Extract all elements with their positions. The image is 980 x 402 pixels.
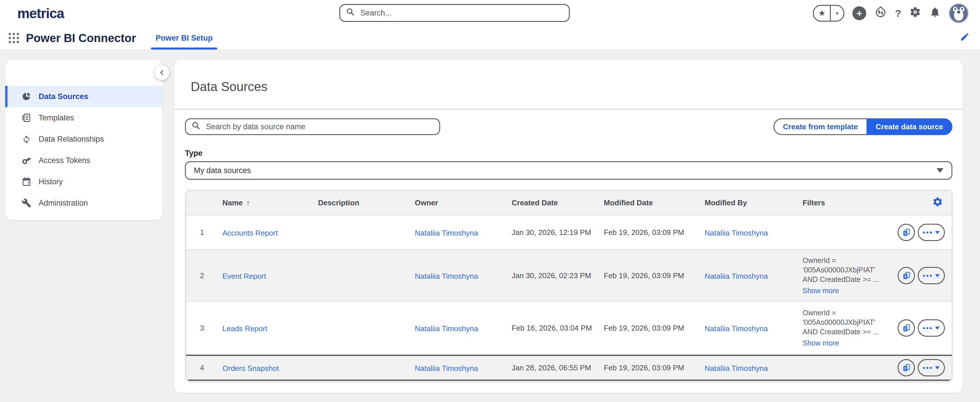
settings-gear-icon[interactable] (909, 6, 921, 21)
global-search[interactable] (339, 4, 570, 22)
duplicate-button[interactable] (897, 319, 915, 337)
type-filter-label: Type (185, 149, 963, 158)
owner-link[interactable]: Nataliia Timoshyna (415, 324, 478, 333)
sidebar-collapse-button[interactable] (154, 65, 169, 80)
copy-icon (902, 271, 911, 280)
filters-cell (803, 361, 897, 374)
owner-link[interactable]: Nataliia Timoshyna (415, 364, 478, 373)
toolbar: Create from template Create data source (185, 118, 952, 135)
modified-date-cell: Feb 19, 2026, 03:09 PM (604, 364, 705, 372)
row-number: 3 (186, 324, 223, 333)
user-avatar[interactable] (949, 3, 969, 23)
row-menu-button[interactable] (918, 224, 945, 241)
sidebar-item-administration[interactable]: Administration (5, 192, 162, 214)
row-number: 1 (186, 228, 223, 237)
row-actions (897, 319, 952, 337)
type-select-value: My data sources (194, 166, 937, 175)
show-more-link[interactable]: Show more (803, 338, 891, 348)
table-row: 4 Orders Snapshot Nataliia Timoshyna Jan… (186, 355, 952, 381)
search-icon (346, 8, 355, 18)
help-icon[interactable]: ? (895, 8, 901, 19)
app-bar: Power BI Connector Power BI Setup (0, 27, 980, 50)
sidebar-item-data-sources[interactable]: Data Sources (5, 86, 162, 107)
modified-date-cell: Feb 19, 2026, 03:09 PM (604, 228, 705, 237)
column-header-filters[interactable]: Filters (803, 199, 897, 207)
modified-date-cell: Feb 19, 2026, 03:09 PM (604, 271, 705, 280)
filters-cell: OwnerId = '005As00000JXbjPIAT' AND Creat… (803, 250, 897, 301)
row-menu-button[interactable] (918, 319, 945, 337)
sidebar-item-label: Data Sources (38, 92, 88, 101)
duplicate-button[interactable] (897, 267, 915, 284)
data-source-name-link[interactable]: Leads Report (223, 324, 267, 333)
apps-grid-icon[interactable] (9, 33, 19, 43)
owner-link[interactable]: Nataliia Timoshyna (415, 272, 478, 280)
sort-ascending-icon[interactable]: ↑ (246, 199, 250, 207)
column-header-modified-by[interactable]: Modified By (705, 199, 803, 207)
sidebar-item-access-tokens[interactable]: Access Tokens (5, 150, 162, 171)
modified-by-link[interactable]: Nataliia Timoshyna (705, 364, 768, 373)
copy-icon (902, 228, 911, 237)
sidebar-item-data-relationships[interactable]: Data Relationships (5, 129, 162, 150)
data-source-name-link[interactable]: Orders Snapshot (223, 364, 279, 373)
sidebar-item-label: History (38, 177, 63, 186)
sidebar-item-templates[interactable]: Templates (5, 107, 162, 129)
row-number: 2 (186, 271, 223, 280)
whats-new-icon[interactable] (874, 6, 887, 21)
modified-by-link[interactable]: Nataliia Timoshyna (705, 229, 768, 237)
table-row: 1 Accounts Report Nataliia Timoshyna Jan… (186, 215, 952, 250)
sidebar-nav: Data Sources Templates Data Relationship… (5, 86, 162, 214)
table-header-row: Name ↑ Description Owner Created Date Mo… (186, 191, 952, 215)
chevron-down-icon (935, 274, 940, 277)
table-settings-gear-icon[interactable] (932, 196, 943, 209)
show-more-link[interactable]: Show more (803, 286, 891, 296)
data-source-name-link[interactable]: Event Report (223, 272, 266, 280)
edit-pencil-icon[interactable] (960, 32, 970, 44)
search-icon (192, 121, 200, 132)
owner-link[interactable]: Nataliia Timoshyna (415, 229, 478, 237)
star-icon[interactable]: ★ (814, 6, 830, 21)
row-actions (897, 224, 952, 241)
type-select[interactable]: My data sources (185, 161, 952, 180)
row-menu-button[interactable] (918, 359, 945, 377)
create-data-source-button[interactable]: Create data source (867, 118, 952, 135)
datasource-search-input[interactable] (205, 122, 434, 132)
sidebar-item-history[interactable]: 7 History (5, 171, 162, 192)
table-row: 3 Leads Report Nataliia Timoshyna Feb 16… (186, 302, 952, 355)
row-actions (897, 359, 952, 377)
datasource-search[interactable] (185, 118, 440, 135)
ellipsis-icon (923, 367, 925, 369)
section-title: Data Sources (174, 60, 963, 94)
calendar-icon: 7 (21, 176, 32, 187)
global-search-input[interactable] (359, 8, 563, 18)
column-header-description[interactable]: Description (318, 199, 415, 207)
row-actions (897, 267, 952, 284)
app-root: metrica ★ ▼ + (0, 0, 980, 402)
table-row: 2 Event Report Nataliia Timoshyna Jan 30… (186, 250, 952, 302)
column-header-modified-date[interactable]: Modified Date (604, 199, 705, 207)
tab-power-bi-setup[interactable]: Power BI Setup (156, 27, 213, 49)
sidebar-item-label: Access Tokens (38, 156, 91, 165)
favorites-split-button[interactable]: ★ ▼ (813, 5, 844, 22)
created-date-cell: Jan 30, 2026, 12:19 PM (512, 228, 604, 237)
create-from-template-button[interactable]: Create from template (773, 118, 867, 135)
column-header-owner[interactable]: Owner (415, 199, 512, 207)
chevron-down-icon (935, 366, 940, 369)
pie-chart-icon (21, 91, 32, 102)
column-header-created-date[interactable]: Created Date (512, 199, 604, 207)
key-icon (21, 155, 32, 165)
created-date-cell: Jan 28, 2026, 06:55 PM (512, 364, 604, 372)
create-button-group: Create from template Create data source (773, 118, 952, 135)
row-menu-button[interactable] (918, 267, 945, 284)
notifications-bell-icon[interactable] (929, 6, 941, 20)
data-source-name-link[interactable]: Accounts Report (223, 229, 278, 237)
column-header-name[interactable]: Name ↑ (223, 199, 318, 207)
modified-date-cell: Feb 19, 2026, 03:09 PM (604, 324, 705, 333)
create-button[interactable]: + (853, 6, 866, 20)
sidebar-item-label: Data Relationships (38, 135, 104, 144)
divider (174, 109, 963, 110)
modified-by-link[interactable]: Nataliia Timoshyna (705, 272, 768, 280)
chevron-down-icon[interactable]: ▼ (831, 11, 843, 16)
duplicate-button[interactable] (897, 359, 915, 377)
duplicate-button[interactable] (897, 224, 915, 241)
modified-by-link[interactable]: Nataliia Timoshyna (705, 324, 768, 333)
